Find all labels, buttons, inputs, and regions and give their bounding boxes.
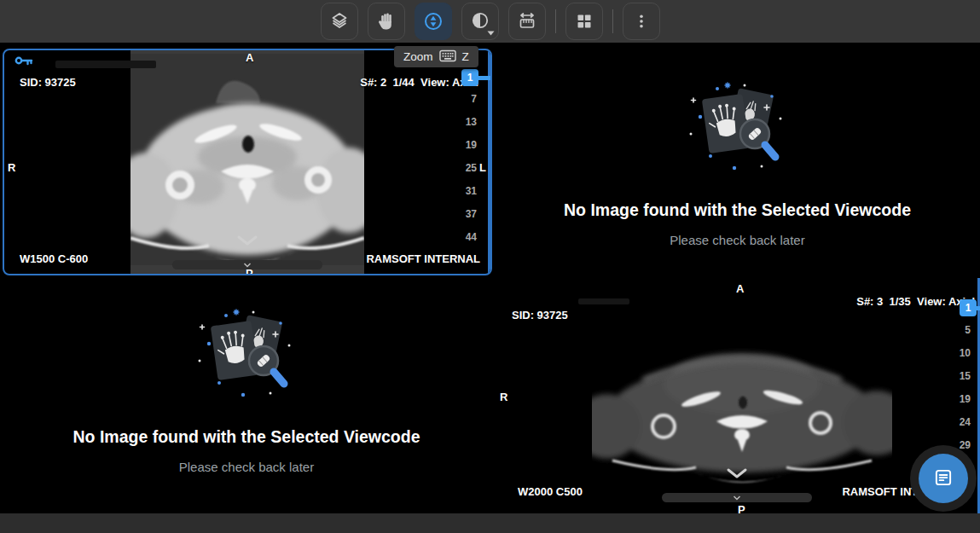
slice-number: 7: [471, 93, 477, 105]
zoom-button[interactable]: [415, 3, 452, 40]
orientation-bottom: P: [738, 503, 745, 513]
viewport-top-right[interactable]: No Image found with the Selected Viewcod…: [495, 43, 980, 278]
slice-scrollbar-thumb[interactable]: 1: [960, 299, 977, 316]
tooltip-label: Zoom: [403, 50, 433, 63]
orientation-top: A: [246, 51, 253, 64]
orientation-left: R: [500, 391, 507, 403]
sid-label: SID: 93725: [20, 76, 76, 89]
institution-label: RAMSOFT INTERNAL: [366, 252, 480, 265]
orientation-left: R: [8, 161, 15, 174]
viewport-bottom-left[interactable]: No Image found with the Selected Viewcod…: [0, 278, 493, 513]
slice-position: 1/35: [890, 295, 911, 308]
hand-icon: [376, 11, 397, 32]
toolbar-separator: [555, 9, 556, 33]
empty-state-title: No Image found with the Selected Viewcod…: [564, 200, 911, 220]
no-image-illustration: [683, 81, 792, 180]
layers-icon: [329, 11, 350, 32]
more-button[interactable]: [623, 3, 660, 40]
slice-number: 37: [466, 208, 477, 220]
current-slice: 1: [467, 72, 473, 84]
slice-number: 19: [466, 139, 477, 151]
viewport-grid: SID: 93725 S#: 2 1/44 View: Axial A R L …: [0, 43, 980, 513]
series-info: S#: 3 1/35 View: Axial: [856, 295, 975, 308]
report-fab[interactable]: [919, 454, 968, 503]
tooltip-shortcut: Z: [462, 50, 469, 63]
kebab-icon: [631, 11, 652, 32]
pan-button[interactable]: [368, 3, 405, 40]
slice-scale: 51015192429: [960, 324, 971, 451]
contrast-icon: [470, 11, 490, 32]
slice-number: 25: [466, 162, 477, 174]
zoom-icon: [423, 11, 444, 32]
slice-number: 29: [960, 439, 971, 451]
stack-scrollbar[interactable]: [172, 260, 322, 269]
series-number: S#: 3: [856, 295, 883, 308]
measure-button[interactable]: [508, 3, 546, 40]
orientation-right: L: [479, 161, 486, 174]
next-slice-chevron-icon[interactable]: [235, 235, 259, 250]
no-image-illustration: [192, 308, 301, 407]
series-number: S#: 2: [360, 76, 386, 89]
empty-state-title: No Image found with the Selected Viewcod…: [72, 427, 420, 447]
redacted-patient-info: [578, 298, 629, 304]
grid-icon: [574, 11, 594, 32]
report-icon: [932, 466, 954, 491]
redacted-patient-info: [55, 61, 156, 68]
slice-position: 1/44: [393, 76, 415, 89]
sid-label: SID: 93725: [512, 309, 568, 322]
current-slice: 1: [966, 302, 971, 314]
stack-scrollbar[interactable]: [662, 493, 812, 502]
slice-scrollbar-track[interactable]: [488, 50, 490, 274]
keyboard-icon: [439, 49, 456, 65]
window-level-label: W2000 C500: [518, 485, 583, 498]
slice-number: 44: [466, 231, 477, 243]
slice-number: 24: [960, 416, 971, 428]
slice-number: 19: [960, 393, 971, 405]
ruler-icon: [517, 11, 537, 32]
slice-number: 15: [960, 370, 971, 382]
viewport-top-left[interactable]: SID: 93725 S#: 2 1/44 View: Axial A R L …: [3, 49, 492, 275]
key-icon: [14, 54, 34, 70]
toolbar-separator: [612, 9, 613, 33]
next-slice-chevron-icon[interactable]: [725, 467, 749, 483]
window-level-label: W1500 C-600: [20, 252, 88, 265]
slice-scale: 7131925313744: [466, 93, 477, 243]
window-level-button[interactable]: [461, 3, 499, 40]
orientation-top: A: [736, 282, 744, 295]
chevron-down-icon: [487, 31, 495, 36]
empty-state-subtitle: Please check back later: [670, 233, 804, 247]
slice-number: 31: [466, 185, 477, 197]
empty-state-subtitle: Please check back later: [179, 460, 314, 474]
viewport-bottom-right[interactable]: A S#: 3 1/35 View: Axial SID: 93725 R P …: [493, 278, 980, 513]
bottom-strip: [0, 513, 980, 533]
layout-button[interactable]: [565, 3, 603, 40]
zoom-tooltip: Zoom Z: [394, 46, 478, 67]
slice-number: 10: [960, 347, 971, 359]
toolbar: [0, 0, 980, 43]
layers-button[interactable]: [321, 3, 358, 40]
slice-number: 13: [466, 116, 477, 128]
slice-scrollbar-thumb[interactable]: 1: [461, 69, 478, 86]
slice-number: 5: [965, 324, 971, 336]
